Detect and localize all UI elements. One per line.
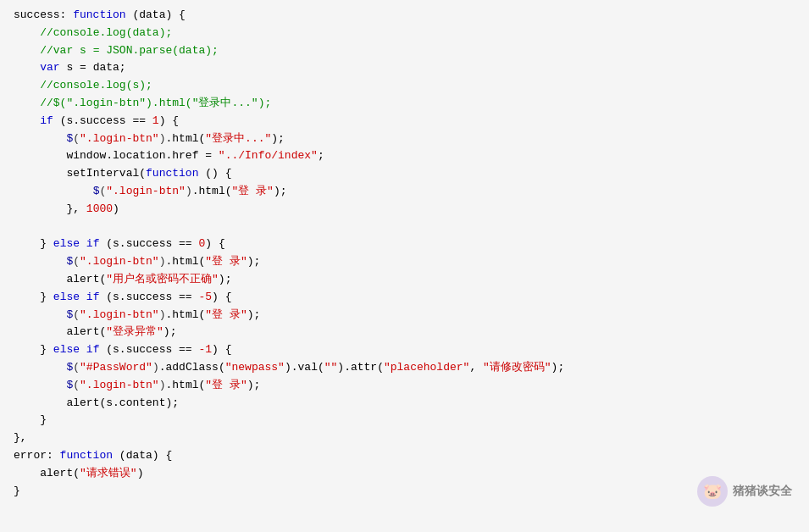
code-line: $(".login-btn").html("登 录"); [14, 253, 795, 271]
code-line: //var s = JSON.parse(data); [14, 42, 795, 60]
code-line: alert("登录异常"); [14, 324, 795, 341]
code-line: }, [14, 429, 795, 447]
code-line: $(".login-btn").html("登录中..."); [14, 130, 795, 148]
code-line: $("#PassWord").addClass("newpass").val("… [14, 359, 795, 377]
watermark-icon: 🐷 [697, 476, 728, 507]
code-line: alert("用户名或密码不正确"); [14, 271, 795, 289]
watermark-text: 猪猪谈安全 [733, 484, 792, 499]
code-line: $(".login-btn").html("登 录"); [14, 183, 795, 201]
code-line: } [14, 412, 795, 429]
code-line: alert(s.content); [14, 395, 795, 413]
code-line: } else if (s.success == -5) { [14, 289, 795, 307]
code-line: $(".login-btn").html("登 录"); [14, 377, 795, 395]
code-line: $(".login-btn").html("登 录"); [14, 307, 795, 324]
code-line: error: function (data) { [14, 447, 795, 465]
watermark: 🐷 猪猪谈安全 [697, 476, 792, 507]
code-line: if (s.success == 1) { [14, 113, 795, 130]
code-line: } [14, 483, 795, 501]
code-viewer: success: function (data) { //console.log… [0, 0, 809, 532]
code-line: } else if (s.success == -1) { [14, 341, 795, 359]
code-line: }, 1000) [14, 201, 795, 219]
code-line: //console.log(data); [14, 25, 795, 42]
code-line: //console.log(s); [14, 77, 795, 95]
code-line: window.location.href = "../Info/index"; [14, 147, 795, 165]
code-line [14, 219, 795, 236]
code-line: success: function (data) { [14, 7, 795, 25]
code-line: } else if (s.success == 0) { [14, 236, 795, 253]
code-line: setInterval(function () { [14, 165, 795, 183]
code-line: //$(".login-btn").html("登录中..."); [14, 95, 795, 113]
code-line: var s = data; [14, 59, 795, 77]
code-line: alert("请求错误") [14, 465, 795, 483]
